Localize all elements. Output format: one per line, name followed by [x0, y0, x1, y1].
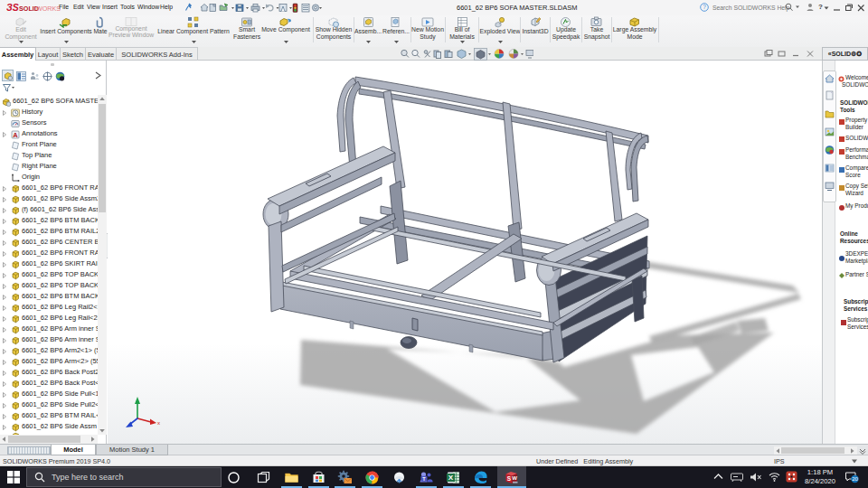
svg-text:x: x	[157, 420, 160, 426]
svg-text:W: W	[512, 475, 517, 481]
svg-text:A: A	[13, 130, 18, 138]
svg-text:?: ?	[703, 4, 706, 10]
svg-text:X: X	[448, 474, 454, 482]
svg-text:20: 20	[852, 476, 858, 482]
svg-text:S: S	[507, 475, 512, 482]
